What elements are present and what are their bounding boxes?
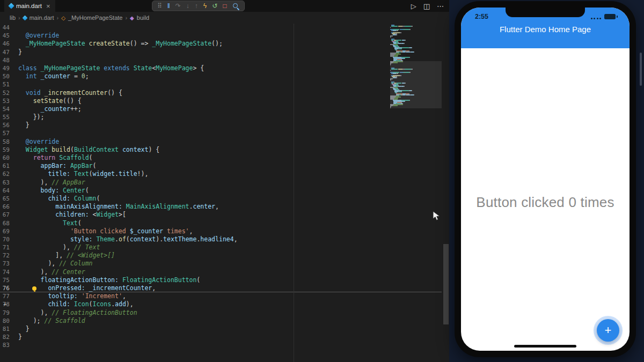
- code-line-47[interactable]: 47}: [0, 48, 442, 56]
- code-line-57[interactable]: 57: [0, 129, 442, 137]
- line-number[interactable]: 59: [0, 146, 18, 154]
- line-number[interactable]: 69: [0, 227, 18, 235]
- line-number[interactable]: 67: [0, 211, 18, 219]
- code-line-79[interactable]: 79 ), // FloatingActionButton: [0, 309, 442, 317]
- split-editor-button[interactable]: ◫: [423, 2, 430, 10]
- line-number[interactable]: 50: [0, 72, 18, 80]
- line-number[interactable]: 54: [0, 105, 18, 113]
- minimap-slider[interactable]: [390, 61, 442, 108]
- more-actions-button[interactable]: ⋯: [437, 2, 444, 10]
- code-line-54[interactable]: 54 _counter++;: [0, 105, 442, 113]
- code-line-51[interactable]: 51: [0, 80, 442, 88]
- pause-icon[interactable]: ‖: [167, 1, 170, 11]
- code-line-66[interactable]: 66 mainAxisAlignment: MainAxisAlignment.…: [0, 203, 442, 211]
- code-line-45[interactable]: 45 @override: [0, 32, 442, 40]
- code-line-68[interactable]: 68 Text(: [0, 219, 442, 227]
- lightbulb-icon[interactable]: [32, 286, 36, 291]
- line-number[interactable]: 47: [0, 48, 18, 56]
- code-line-59[interactable]: 59 Widget build(BuildContext context) {: [0, 146, 442, 154]
- line-number[interactable]: 45: [0, 32, 18, 40]
- code-line-46[interactable]: 46 _MyHomePageState createState() => _My…: [0, 40, 442, 48]
- line-number[interactable]: 51: [0, 80, 18, 88]
- line-number[interactable]: 80: [0, 317, 18, 325]
- line-number[interactable]: 83: [0, 341, 18, 349]
- code-line-72[interactable]: 72 ], // <Widget>[]: [0, 252, 442, 260]
- code-line-73[interactable]: 73 ), // Column: [0, 260, 442, 268]
- code-line-69[interactable]: 69 'Button clicked $_counter times',: [0, 227, 442, 235]
- line-number[interactable]: 72: [0, 252, 18, 260]
- line-number[interactable]: 62: [0, 170, 18, 178]
- step-into-icon[interactable]: ↓: [186, 1, 189, 11]
- line-number[interactable]: 74: [0, 268, 18, 276]
- search-icon[interactable]: [232, 2, 239, 10]
- line-number[interactable]: 58: [0, 138, 18, 146]
- line-number[interactable]: 49: [0, 64, 18, 72]
- code-line-60[interactable]: 60 return Scaffold(: [0, 154, 442, 162]
- line-number[interactable]: 71: [0, 243, 18, 252]
- line-number[interactable]: 68: [0, 219, 18, 227]
- code-line-71[interactable]: 71 ), // Text: [0, 243, 442, 252]
- line-number[interactable]: 64: [0, 187, 18, 195]
- code-line-75[interactable]: 75 floatingActionButton: FloatingActionB…: [0, 276, 442, 284]
- code-line-77[interactable]: 77 tooltip: 'Increment',: [0, 292, 442, 300]
- line-number[interactable]: 79: [0, 309, 18, 317]
- line-number[interactable]: 55: [0, 113, 18, 121]
- line-number[interactable]: 53: [0, 97, 18, 105]
- breadcrumb-class[interactable]: _MyHomePageState: [68, 14, 123, 21]
- line-number[interactable]: 48: [0, 56, 18, 64]
- line-number[interactable]: 70: [0, 235, 18, 243]
- code-line-56[interactable]: 56 }: [0, 121, 442, 129]
- code-line-80[interactable]: 80 ); // Scaffold: [0, 317, 442, 325]
- code-line-49[interactable]: 49class _MyHomePageState extends State<M…: [0, 64, 442, 72]
- line-number[interactable]: 44: [0, 24, 18, 32]
- code-line-81[interactable]: 81 }: [0, 325, 442, 333]
- line-number[interactable]: 52: [0, 89, 18, 97]
- line-number[interactable]: 60: [0, 154, 18, 162]
- stop-icon[interactable]: □: [223, 1, 226, 11]
- line-number[interactable]: 75: [0, 276, 18, 284]
- code-line-76[interactable]: 76 onPressed: _incrementCounter,: [0, 284, 442, 292]
- grip-handle-icon[interactable]: ⠿: [157, 1, 162, 11]
- line-number[interactable]: 76: [0, 284, 18, 292]
- line-number[interactable]: 66: [0, 203, 18, 211]
- line-number[interactable]: 63: [0, 179, 18, 187]
- line-number[interactable]: 61: [0, 162, 18, 170]
- breadcrumb-folder[interactable]: lib: [10, 14, 16, 21]
- code-line-67[interactable]: 67 children: <Widget>[: [0, 211, 442, 219]
- line-number[interactable]: 57: [0, 129, 18, 137]
- code-line-65[interactable]: 65 child: Column(: [0, 195, 442, 203]
- line-number[interactable]: 82: [0, 333, 18, 341]
- code-line-44[interactable]: 44: [0, 24, 442, 32]
- line-number[interactable]: 65: [0, 195, 18, 203]
- restart-icon[interactable]: ↺: [212, 1, 217, 11]
- line-number[interactable]: 56: [0, 121, 18, 129]
- code-line-62[interactable]: 62 title: Text(widget.title!),: [0, 170, 442, 178]
- hot-reload-icon[interactable]: ϟ: [203, 1, 207, 11]
- run-button[interactable]: ▷: [411, 2, 416, 10]
- fab-add-button[interactable]: +: [597, 319, 619, 342]
- home-indicator[interactable]: [514, 345, 576, 348]
- code-line-58[interactable]: 58 @override: [0, 138, 442, 146]
- code-line-83[interactable]: 83: [0, 341, 442, 349]
- code-line-61[interactable]: 61 appBar: AppBar(: [0, 162, 442, 170]
- code-line-82[interactable]: 82}: [0, 333, 442, 341]
- editor-scrollbar[interactable]: [443, 244, 449, 324]
- step-out-icon[interactable]: ↑: [195, 1, 198, 11]
- line-number[interactable]: 77: [0, 292, 18, 300]
- code-line-74[interactable]: 74 ), // Center: [0, 268, 442, 276]
- code-line-63[interactable]: 63 ), // AppBar: [0, 179, 442, 187]
- code-line-55[interactable]: 55 });: [0, 113, 442, 121]
- tab-main-dart[interactable]: main.dart ×: [4, 0, 55, 12]
- code-line-70[interactable]: 70 style: Theme.of(context).textTheme.he…: [0, 235, 442, 243]
- breadcrumb-file[interactable]: main.dart: [30, 14, 54, 21]
- step-over-icon[interactable]: ↷: [175, 1, 181, 11]
- code-line-78[interactable]: 78+ child: Icon(Icons.add),: [0, 300, 442, 308]
- code-line-48[interactable]: 48: [0, 56, 442, 64]
- line-number[interactable]: 81: [0, 325, 18, 333]
- code-line-50[interactable]: 50 int _counter = 0;: [0, 72, 442, 80]
- breadcrumb-method[interactable]: build: [137, 14, 149, 21]
- code-editor[interactable]: 4445 @override46 _MyHomePageState create…: [0, 24, 449, 362]
- code-line-53[interactable]: 53 setState(() {: [0, 97, 442, 105]
- code-line-52[interactable]: 52 void _incrementCounter() {: [0, 89, 442, 97]
- tab-close-icon[interactable]: ×: [46, 2, 50, 10]
